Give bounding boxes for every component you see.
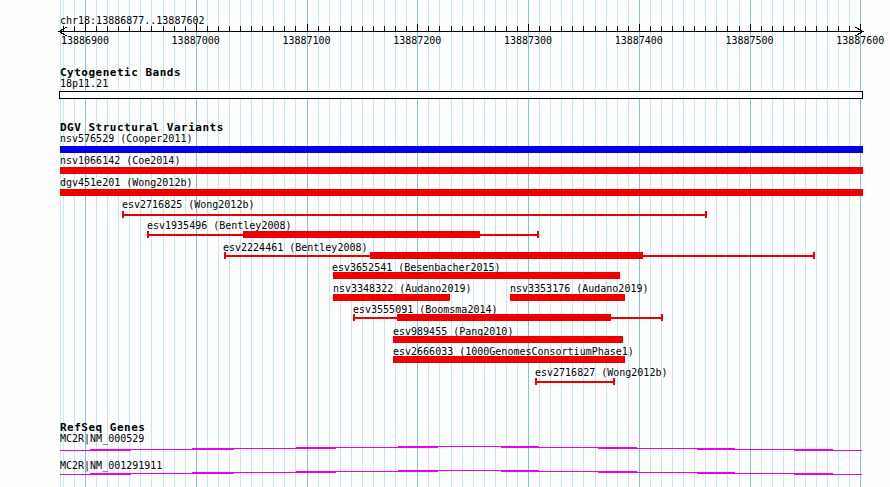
variant-thick-bar[interactable] [397, 314, 611, 321]
ruler-tick [218, 26, 219, 31]
variant-label[interactable]: esv2716827 (Wong2012b) [535, 367, 667, 378]
variant-start-tick [147, 231, 149, 238]
variant-bar[interactable] [60, 167, 863, 174]
variant-thick-bar[interactable] [370, 252, 643, 259]
variant-label[interactable]: nsv1066142 (Coe2014) [60, 155, 180, 166]
gridline-minor [628, 0, 629, 487]
ruler-tick [583, 26, 584, 31]
variant-start-tick [535, 378, 537, 385]
gridline-major [528, 0, 529, 487]
ruler-tick [816, 26, 817, 31]
variant-bar[interactable] [333, 272, 620, 279]
ruler-tick-label: 13887200 [393, 35, 441, 46]
variant-label[interactable]: nsv3348322 (Audano2019) [333, 283, 471, 294]
ruler-tick [318, 26, 319, 31]
ruler-tick [506, 26, 507, 31]
gridline-minor [395, 0, 396, 487]
ruler-tick [262, 26, 263, 31]
variant-label[interactable]: dgv451e201 (Wong2012b) [60, 177, 192, 188]
gene-label[interactable]: MC2R|NM_001291911 [60, 460, 162, 471]
gridline-minor [661, 0, 662, 487]
ruler-tick [174, 26, 175, 31]
ruler-tick [462, 26, 463, 31]
gridline-major [750, 0, 751, 487]
ruler-tick [705, 26, 706, 31]
ruler-tick [683, 26, 684, 31]
variant-bar[interactable] [393, 356, 625, 363]
variant-thick-bar[interactable] [243, 231, 480, 238]
ruler-tick [428, 26, 429, 31]
variant-end-tick [613, 378, 615, 385]
cytoband-box[interactable] [59, 91, 863, 99]
ruler-tick-label: 13886900 [61, 35, 109, 46]
ruler-tick [107, 26, 108, 31]
ruler-tick [484, 26, 485, 31]
gridline-minor [550, 0, 551, 487]
ruler-tick [849, 26, 850, 31]
gridline-major [860, 0, 861, 487]
ruler-tick [783, 26, 784, 31]
gridline-minor [683, 0, 684, 487]
gridline-minor [672, 0, 673, 487]
gridline-minor [185, 0, 186, 487]
ruler-tick [118, 26, 119, 31]
gene-label[interactable]: MC2R|NM_000529 [60, 433, 144, 444]
genome-browser-view: chr18:13886877..13887602 138869001388700… [0, 0, 890, 487]
ruler-tick [827, 26, 828, 31]
ruler-tick [606, 26, 607, 31]
ruler-tick-label: 13887500 [725, 35, 773, 46]
gridline-minor [428, 0, 429, 487]
ruler-tick [340, 26, 341, 31]
ruler-tick [74, 26, 75, 31]
ruler-tick [451, 26, 452, 31]
ruler-tick [351, 26, 352, 31]
gridline-minor [373, 0, 374, 487]
ruler-tick [672, 26, 673, 31]
ruler-tick [207, 26, 208, 31]
variant-end-tick [537, 231, 539, 238]
ruler-tick [860, 24, 861, 31]
ruler-tick [561, 26, 562, 31]
ruler-tick [661, 26, 662, 31]
variant-range-line[interactable] [123, 214, 706, 216]
ruler-tick-label: 13887300 [504, 35, 552, 46]
ruler-tick [240, 26, 241, 31]
ruler-tick-label: 13887600 [836, 35, 884, 46]
gridline-minor [772, 0, 773, 487]
ruler-tick [617, 26, 618, 31]
gridline-minor [827, 0, 828, 487]
ruler-tick [628, 26, 629, 31]
ruler-tick [539, 26, 540, 31]
variant-label[interactable]: esv2224461 (Bentley2008) [223, 242, 368, 253]
ruler-tick [694, 26, 695, 31]
ruler-tick [395, 26, 396, 31]
variant-bar[interactable] [510, 294, 625, 301]
variant-bar[interactable] [333, 294, 450, 301]
gridline-minor [495, 0, 496, 487]
gridline-minor [572, 0, 573, 487]
variant-bar[interactable] [60, 146, 863, 153]
ruler-tick [185, 26, 186, 31]
ruler-tick [284, 26, 285, 31]
ruler-tick [140, 26, 141, 31]
ruler-tick [96, 26, 97, 31]
gridline-minor [705, 0, 706, 487]
gridline-minor [816, 0, 817, 487]
gridline-minor [727, 0, 728, 487]
ruler-tick [163, 26, 164, 31]
variant-bar[interactable] [393, 336, 623, 343]
gridline-minor [650, 0, 651, 487]
variant-label[interactable]: nsv3353176 (Audano2019) [510, 283, 648, 294]
variant-label[interactable]: nsv576529 (Cooper2011) [60, 133, 192, 144]
gridline-minor [617, 0, 618, 487]
ruler-tick [129, 26, 130, 31]
gridline-minor [218, 0, 219, 487]
ruler-tick [151, 26, 152, 31]
gridline-minor [484, 0, 485, 487]
variant-label[interactable]: esv1935496 (Bentley2008) [147, 220, 292, 231]
variant-range-line[interactable] [536, 381, 614, 383]
ruler-tick [572, 26, 573, 31]
variant-label[interactable]: esv2716825 (Wong2012b) [122, 199, 254, 210]
variant-bar[interactable] [60, 189, 863, 196]
gridline-minor [406, 0, 407, 487]
